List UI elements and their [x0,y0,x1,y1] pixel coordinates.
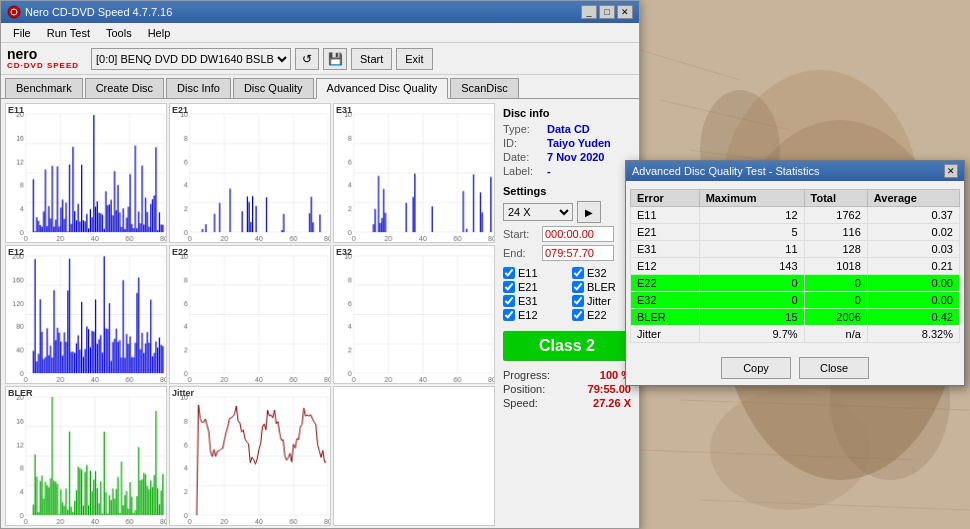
stats-row: E32 0 0 0.00 [631,292,960,309]
chart-e12-label: E12 [8,247,24,257]
tab-benchmark[interactable]: Benchmark [5,78,83,98]
logo: nero CD·DVD SPEED [7,47,79,70]
cell-maximum: 5 [699,224,804,241]
cb-e12[interactable] [503,309,515,321]
menu-tools[interactable]: Tools [98,25,140,41]
close-button[interactable]: ✕ [617,5,633,19]
col-maximum: Maximum [699,190,804,207]
cb-jitter[interactable] [572,295,584,307]
chart-empty [333,386,495,526]
chart-e32: E32 [333,245,495,385]
cb-e32-label: E32 [587,267,607,279]
cb-e11-row: E11 [503,267,562,279]
cb-e31-row: E31 [503,295,562,307]
disc-id-row: ID: Taiyo Yuden [503,137,631,149]
cell-maximum: 0 [699,275,804,292]
drive-select[interactable]: [0:0] BENQ DVD DD DW1640 BSLB [91,48,291,70]
menu-run-test[interactable]: Run Test [39,25,98,41]
start-button[interactable]: Start [351,48,392,70]
stats-close-x-button[interactable]: ✕ [944,164,958,178]
date-value: 7 Nov 2020 [547,151,604,163]
position-label: Position: [503,383,545,395]
cell-error: E11 [631,207,700,224]
title-bar: Nero CD-DVD Speed 4.7.7.16 _ □ ✕ [1,1,639,23]
cb-e22[interactable] [572,309,584,321]
cell-average: 0.00 [867,275,959,292]
cell-total: 128 [804,241,867,258]
progress-label: Progress: [503,369,550,381]
stats-buttons: Copy Close [626,351,964,385]
start-time-input[interactable] [542,226,614,242]
chart-e21: E21 [169,103,331,243]
col-average: Average [867,190,959,207]
tab-scan-disc[interactable]: ScanDisc [450,78,518,98]
tab-disc-info[interactable]: Disc Info [166,78,231,98]
end-time-row: End: [503,245,631,261]
cb-e31[interactable] [503,295,515,307]
speed-icon-button[interactable]: ▶ [577,201,601,223]
cb-bler-label: BLER [587,281,616,293]
cb-e12-row: E12 [503,309,562,321]
svg-point-16 [8,6,20,18]
menu-file[interactable]: File [5,25,39,41]
charts-area: E11 E21 E31 E12 E22 [5,103,495,526]
exit-button[interactable]: Exit [396,48,432,70]
toolbar: nero CD·DVD SPEED [0:0] BENQ DVD DD DW16… [1,43,639,75]
disc-date-row: Date: 7 Nov 2020 [503,151,631,163]
cell-total: 0 [804,275,867,292]
cell-error: E22 [631,275,700,292]
right-panel: Disc info Type: Data CD ID: Taiyo Yuden … [499,103,635,526]
close-button-stats[interactable]: Close [799,357,869,379]
disc-info-button[interactable]: 💾 [323,48,347,70]
chart-jitter-label: Jitter [172,388,194,398]
tab-create-disc[interactable]: Create Disc [85,78,164,98]
logo-sub: CD·DVD SPEED [7,61,79,70]
cell-maximum: 9.7% [699,326,804,343]
cell-maximum: 11 [699,241,804,258]
cb-jitter-row: Jitter [572,295,631,307]
cell-error: E12 [631,258,700,275]
end-label: End: [503,247,538,259]
cb-e21[interactable] [503,281,515,293]
tab-disc-quality[interactable]: Disc Quality [233,78,314,98]
maximize-button[interactable]: □ [599,5,615,19]
cell-average: 0.02 [867,224,959,241]
chart-e22: E22 [169,245,331,385]
cell-total: 1762 [804,207,867,224]
chart-e21-canvas [170,104,330,242]
settings-title: Settings [503,185,631,197]
end-time-input[interactable] [542,245,614,261]
cb-e32[interactable] [572,267,584,279]
tab-advanced-disc-quality[interactable]: Advanced Disc Quality [316,78,449,99]
start-label: Start: [503,228,538,240]
speed-label: Speed: [503,397,538,409]
minimize-button[interactable]: _ [581,5,597,19]
date-label: Date: [503,151,543,163]
chart-e32-label: E32 [336,247,352,257]
chart-e31-label: E31 [336,105,352,115]
id-label: ID: [503,137,543,149]
speed-select[interactable]: 24 X [503,203,573,221]
progress-row: Progress: 100 % [503,369,631,381]
svg-point-15 [710,390,870,510]
cb-bler[interactable] [572,281,584,293]
chart-e21-label: E21 [172,105,188,115]
col-total: Total [804,190,867,207]
cb-e21-row: E21 [503,281,562,293]
speed-row-prog: Speed: 27.26 X [503,397,631,409]
logo-nero: nero [7,47,79,61]
cb-e11[interactable] [503,267,515,279]
menu-help[interactable]: Help [140,25,179,41]
chart-e11-label: E11 [8,105,24,115]
refresh-drive-button[interactable]: ↺ [295,48,319,70]
cell-total: 116 [804,224,867,241]
chart-e31: E31 [333,103,495,243]
cb-e22-row: E22 [572,309,631,321]
stats-row: E22 0 0 0.00 [631,275,960,292]
start-time-row: Start: [503,226,631,242]
chart-jitter-canvas [170,387,330,525]
cell-maximum: 12 [699,207,804,224]
chart-bler-label: BLER [8,388,33,398]
app-icon [7,5,21,19]
copy-button[interactable]: Copy [721,357,791,379]
